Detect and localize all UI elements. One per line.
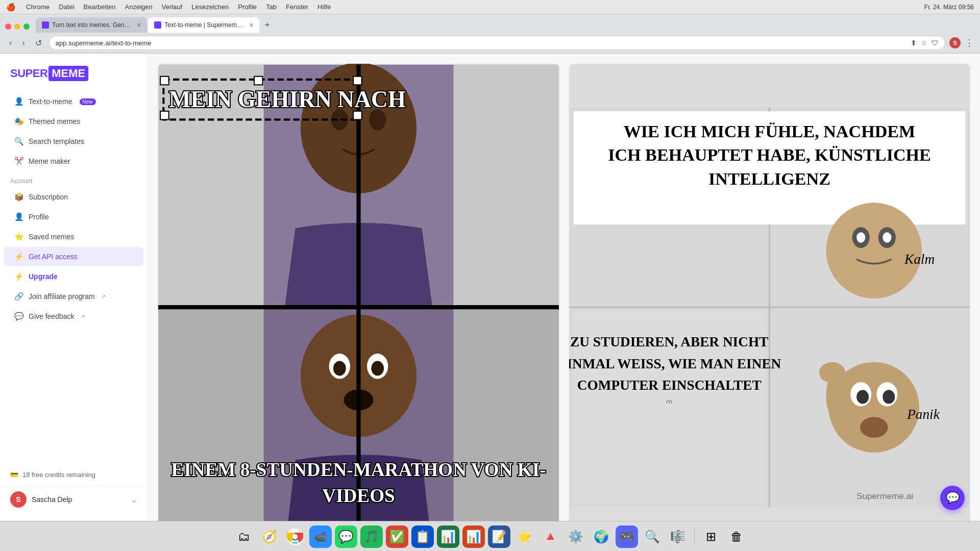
dock-music[interactable]: 🎼	[667, 525, 689, 548]
user-name: Sascha Delp	[32, 495, 72, 504]
app-container: SUPER MEME 👤 Text-to-meme New 🎭 Themed m…	[0, 54, 980, 521]
dock-chrome[interactable]	[284, 525, 306, 548]
logo-super-text: SUPER	[10, 67, 47, 80]
svg-point-55	[292, 534, 298, 539]
menu-profile[interactable]: Profile	[238, 3, 257, 11]
sidebar-credits: 💳 18 free credits remaining	[0, 466, 148, 484]
window-maximize-btn[interactable]	[23, 23, 30, 30]
datetime: Fr. 24. März 09:56	[924, 4, 974, 11]
dock-word[interactable]: 📝	[488, 525, 510, 548]
meme-grid: MEIN GEHIRN NACH EINEM 8-STUNDEN-MARATHO…	[158, 64, 970, 521]
svg-rect-17	[254, 77, 263, 85]
menu-lesezeichen[interactable]: Lesezeichen	[191, 3, 229, 11]
tab1-favicon	[42, 21, 49, 29]
sidebar-item-upgrade[interactable]: ⚡ Upgrade	[4, 267, 143, 286]
reload-btn[interactable]: ↺	[32, 36, 45, 50]
sidebar-item-affiliate[interactable]: 🔗 Join affiliate program ↗	[4, 287, 143, 306]
sidebar-item-themed-memes[interactable]: 🎭 Themed memes	[4, 112, 143, 131]
dock-search[interactable]: 🔍	[641, 525, 664, 548]
svg-text:COMPUTER EINSCHALTET: COMPUTER EINSCHALTET	[577, 378, 762, 393]
tab-2[interactable]: Text-to-meme | Supermeme.ai ×	[148, 17, 259, 33]
sidebar-item-profile[interactable]: 👤 Profile	[4, 207, 143, 227]
sidebar-user[interactable]: S Sascha Delp ⌄	[0, 486, 148, 513]
meme2-image-container[interactable]: WIE ICH MICH FÜHLE, NACHDEM ICH BEHAUPTE…	[569, 64, 970, 521]
saved-memes-icon: ⭐	[14, 232, 23, 241]
menu-chrome[interactable]: Chrome	[26, 3, 50, 11]
themed-memes-icon: 🎭	[14, 117, 23, 126]
dock-spaces[interactable]: ⊞	[700, 525, 722, 548]
svg-rect-19	[160, 111, 169, 120]
account-section-label: Account	[0, 171, 148, 187]
dock-excel[interactable]: 📊	[437, 525, 459, 548]
upgrade-label: Upgrade	[29, 272, 58, 281]
sidebar-nav: 👤 Text-to-meme New 🎭 Themed memes 🔍 Sear…	[0, 91, 148, 466]
get-api-icon: ⚡	[14, 252, 23, 261]
tab-bar: Turn text into memes. Genera... × Text-t…	[0, 14, 980, 33]
sidebar-item-search-templates[interactable]: 🔍 Search templates	[4, 132, 143, 151]
menu-anzeigen[interactable]: Anzeigen	[125, 3, 153, 11]
dock-browser2[interactable]: 🌍	[590, 525, 612, 548]
extensions-icon[interactable]: ⋮	[965, 37, 974, 48]
menu-bearbeiten[interactable]: Bearbeiten	[84, 3, 116, 11]
dock-settings[interactable]: ⚙️	[565, 525, 587, 548]
tab2-close-btn[interactable]: ×	[249, 21, 253, 29]
sidebar-item-meme-maker[interactable]: ✂️ Meme maker	[4, 152, 143, 171]
svg-point-11	[371, 361, 384, 375]
dock-powerpoint[interactable]: 📊	[462, 525, 485, 548]
credits-icon: 💳	[10, 471, 18, 479]
sidebar-item-text-to-meme[interactable]: 👤 Text-to-meme New	[4, 92, 143, 111]
tab-1[interactable]: Turn text into memes. Genera... ×	[36, 17, 147, 33]
dock-spotify[interactable]: 🎵	[360, 525, 383, 548]
dock-safari[interactable]: 🧭	[258, 525, 281, 548]
chat-bubble-btn[interactable]: 💬	[940, 486, 965, 510]
dock-finder[interactable]: 🗂	[233, 525, 255, 548]
back-btn[interactable]: ‹	[6, 36, 15, 49]
apple-logo-icon[interactable]: 🍎	[6, 3, 16, 12]
new-badge: New	[80, 98, 96, 105]
tab1-close-btn[interactable]: ×	[137, 21, 141, 29]
menu-verlauf[interactable]: Verlauf	[162, 3, 182, 11]
svg-rect-16	[160, 77, 169, 85]
main-content: MEIN GEHIRN NACH EINEM 8-STUNDEN-MARATHO…	[148, 54, 980, 521]
address-bar[interactable]: app.supermeme.ai/text-to-meme ⬆ ☆ 🛡	[49, 36, 945, 50]
taskbar: 🗂 🧭 📹 💬 🎵 ✅ 📋 📊 📊 📝 ⭐ 🔺 ⚙️ 🌍 🎮 🔍 🎼 ⊞ 🗑	[0, 521, 980, 551]
search-templates-label: Search templates	[29, 137, 84, 145]
svg-point-44	[819, 362, 845, 383]
new-tab-btn[interactable]: +	[260, 17, 274, 33]
dock-zoom[interactable]: 📹	[309, 525, 332, 548]
dock-starred[interactable]: ⭐	[513, 525, 536, 548]
affiliate-external-icon: ↗	[101, 293, 106, 300]
dock-trello[interactable]: 📋	[411, 525, 434, 548]
svg-text:ZU STUDIEREN, ABER NICHT: ZU STUDIEREN, ABER NICHT	[570, 334, 768, 349]
themed-memes-label: Themed memes	[29, 117, 80, 126]
dock-discord[interactable]: 🎮	[616, 525, 638, 548]
mac-status-bar: Fr. 24. März 09:56	[924, 4, 974, 11]
tab2-title: Text-to-meme | Supermeme.ai	[164, 21, 246, 29]
window-close-btn[interactable]	[5, 23, 11, 30]
dock-drive[interactable]: 🔺	[539, 525, 561, 548]
menu-datei[interactable]: Datei	[59, 3, 74, 11]
share-icon[interactable]: ⬆	[911, 39, 917, 47]
forward-btn[interactable]: ›	[19, 36, 28, 49]
menu-hilfe[interactable]: Hilfe	[317, 3, 331, 11]
sidebar-item-feedback[interactable]: 💬 Give feedback ↗	[4, 307, 143, 326]
saved-memes-label: Saved memes	[29, 233, 74, 241]
get-api-label: Get API access	[29, 253, 78, 261]
dock-whatsapp[interactable]: 💬	[335, 525, 357, 548]
menu-tab[interactable]: Tab	[266, 3, 277, 11]
bookmark-icon[interactable]: ☆	[921, 39, 927, 47]
svg-text:ICH BEHAUPTET HABE, KÜNSTLICHE: ICH BEHAUPTET HABE, KÜNSTLICHE	[608, 145, 931, 164]
dock-todoist[interactable]: ✅	[386, 525, 408, 548]
sidebar-item-get-api[interactable]: ⚡ Get API access	[4, 247, 143, 266]
chrome-profile-icon[interactable]: S	[949, 37, 961, 48]
menu-fenster[interactable]: Fenster	[286, 3, 308, 11]
svg-point-42	[856, 390, 869, 404]
sidebar-item-subscription[interactable]: 📦 Subscription	[4, 187, 143, 207]
dock-trash[interactable]: 🗑	[725, 525, 748, 548]
window-minimize-btn[interactable]	[14, 23, 20, 30]
meme1-image-container[interactable]: MEIN GEHIRN NACH EINEM 8-STUNDEN-MARATHO…	[158, 64, 559, 521]
sidebar-item-saved-memes[interactable]: ⭐ Saved memes	[4, 227, 143, 246]
user-avatar: S	[10, 491, 27, 508]
sidebar: SUPER MEME 👤 Text-to-meme New 🎭 Themed m…	[0, 54, 148, 521]
address-bar-row: ‹ › ↺ app.supermeme.ai/text-to-meme ⬆ ☆ …	[0, 33, 980, 53]
